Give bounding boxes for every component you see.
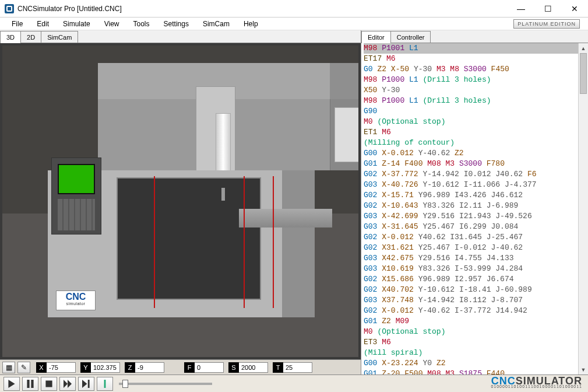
coord-label: F	[184, 362, 195, 373]
coord-label: T	[273, 362, 283, 373]
svg-rect-7	[88, 380, 90, 388]
code-line[interactable]: G03 X42.675 Y29.516 I4.755 J4.133	[364, 253, 588, 264]
code-line[interactable]: G01 Z-20 F500 M08 M3 S1875 F440	[364, 369, 588, 374]
fast-forward-button[interactable]	[59, 377, 76, 391]
tab-controller[interactable]: Controller	[390, 31, 431, 43]
coord-y: Y102.375	[80, 362, 120, 373]
brand-binary: 01000011010011100100001101000011	[491, 384, 582, 390]
coord-z: Z-9	[125, 362, 164, 373]
menu-view[interactable]: View	[97, 19, 126, 29]
code-line[interactable]: G03 X-40.726 Y-10.612 I-11.066 J-4.377	[364, 180, 588, 190]
svg-rect-3	[45, 380, 52, 387]
code-line[interactable]: G02 X40.702 Y-10.612 I-18.41 J-60.989	[364, 285, 588, 295]
tab-editor[interactable]: Editor	[361, 31, 391, 43]
coord-label: S	[228, 362, 239, 373]
close-button[interactable]: ✕	[561, 0, 588, 18]
edition-badge: PLATINUM EDITION	[513, 19, 580, 29]
code-line[interactable]: G02 X15.686 Y96.989 I2.957 J6.674	[364, 274, 588, 285]
grid-toggle-button[interactable]: ▦	[2, 362, 15, 373]
pencil-icon: ✎	[21, 363, 27, 372]
code-line[interactable]: G02 X-15.71 Y96.989 I43.426 J46.612	[364, 190, 588, 201]
code-line[interactable]: G00 X-0.012 Y-40.62 Z2	[364, 148, 588, 159]
code-line[interactable]: G03 X-42.699 Y29.516 I21.943 J-49.526	[364, 211, 588, 222]
info-button[interactable]	[97, 377, 113, 391]
code-line[interactable]: G01 Z-14 F400 M08 M3 S3000 F780	[364, 159, 588, 169]
step-button[interactable]	[78, 377, 94, 391]
menu-file[interactable]: File	[5, 19, 30, 29]
code-line[interactable]: G0 Z2 X-50 Y-30 M3 M8 S3000 F450	[364, 64, 588, 75]
code-line[interactable]: ET3 M6	[364, 337, 588, 348]
scrollbar-thumb[interactable]	[580, 53, 587, 94]
menu-settings[interactable]: Settings	[157, 19, 196, 29]
code-line[interactable]: G03 X10.619 Y83.326 I-53.999 J4.284	[364, 264, 588, 274]
left-pane: 3D 2D SimCam	[0, 30, 361, 374]
door-guide-2	[244, 176, 245, 308]
viewport-wrap: CNC simulator	[0, 43, 361, 359]
code-editor[interactable]: M98 P1001 L1ET17 M6G0 Z2 X-50 Y-30 M3 M8…	[361, 43, 588, 374]
menu-edit[interactable]: Edit	[30, 19, 56, 29]
code-line[interactable]: X50 Y-30	[364, 85, 588, 96]
code-lines[interactable]: M98 P1001 L1ET17 M6G0 Z2 X-50 Y-30 M3 M8…	[361, 43, 588, 374]
tab-2d[interactable]: 2D	[20, 31, 41, 43]
code-line[interactable]: G03 X-31.645 Y25.467 I6.299 J0.084	[364, 222, 588, 232]
view-tabbar: 3D 2D SimCam	[0, 30, 361, 43]
content-row: 3D 2D SimCam	[0, 30, 588, 374]
code-line[interactable]: ET17 M6	[364, 54, 588, 64]
svg-rect-8	[104, 380, 106, 388]
scroll-down-icon[interactable]: ▼	[579, 365, 588, 374]
code-line[interactable]: G02 X-0.012 Y40.62 I31.645 J-25.467	[364, 232, 588, 243]
pause-button[interactable]	[22, 377, 38, 391]
draw-toggle-button[interactable]: ✎	[17, 362, 30, 373]
machine-table	[239, 209, 332, 228]
code-line[interactable]: G90	[364, 106, 588, 117]
code-line[interactable]: G01 Z2 M09	[364, 316, 588, 327]
code-line[interactable]: M98 P1000 L1 (Drill 3 holes)	[364, 75, 588, 85]
speed-slider[interactable]	[119, 378, 212, 390]
scroll-up-icon[interactable]: ▲	[579, 43, 588, 53]
3d-viewport[interactable]: CNC simulator	[2, 46, 358, 357]
code-line[interactable]: G02 X-37.772 Y-14.942 I0.012 J40.62 F6	[364, 169, 588, 180]
speed-slider-thumb[interactable]	[122, 380, 128, 388]
coord-label: Y	[80, 362, 91, 373]
code-line[interactable]: (Mill spiral)	[364, 348, 588, 358]
menu-tools[interactable]: Tools	[126, 19, 157, 29]
code-line[interactable]: G02 X-0.012 Y-40.62 I-37.772 J14.942	[364, 306, 588, 316]
play-button[interactable]	[3, 377, 20, 391]
cutting-tool	[221, 188, 225, 201]
tab-3d[interactable]: 3D	[0, 31, 21, 43]
minimize-button[interactable]: —	[508, 0, 534, 18]
svg-marker-4	[64, 380, 68, 388]
maximize-button[interactable]: ☐	[534, 0, 561, 18]
right-pane: Editor Controller M98 P1001 L1ET17 M6G0 …	[361, 30, 588, 374]
menu-bar: File Edit Simulate View Tools Settings S…	[0, 18, 588, 30]
stop-button[interactable]	[41, 377, 57, 391]
coord-f: F0	[184, 362, 224, 373]
code-line[interactable]: G02 X-10.643 Y83.326 I2.11 J-6.989	[364, 201, 588, 211]
coord-t: T25	[273, 362, 312, 373]
menu-simulate[interactable]: Simulate	[56, 19, 97, 29]
code-line[interactable]: ET1 M6	[364, 127, 588, 138]
menu-help[interactable]: Help	[237, 19, 265, 29]
code-line[interactable]: G00 X-23.224 Y0 Z2	[364, 358, 588, 369]
editor-scrollbar[interactable]: ▲ ▼	[578, 43, 588, 374]
hmi-screen	[58, 164, 95, 194]
app-icon	[5, 4, 14, 13]
menu-simcam[interactable]: SimCam	[196, 19, 237, 29]
code-line[interactable]: (Milling of contour)	[364, 138, 588, 148]
coord-label: Z	[125, 362, 135, 373]
svg-marker-5	[68, 380, 72, 388]
code-line[interactable]: G02 X31.621 Y25.467 I-0.012 J-40.62	[364, 243, 588, 253]
machine-side	[282, 170, 315, 317]
code-line[interactable]: M98 P1000 L1 (Drill 3 holes)	[364, 96, 588, 106]
code-line[interactable]: M0 (Optional stop)	[364, 117, 588, 127]
code-line[interactable]: M0 (Optional stop)	[364, 327, 588, 337]
tab-simcam[interactable]: SimCam	[41, 31, 78, 43]
window-title: CNCSimulator Pro [Untitled.CNC]	[17, 5, 122, 13]
coord-value: -9	[135, 362, 164, 373]
cnc-machine: CNC simulator	[48, 170, 315, 317]
code-line[interactable]: M98 P1001 L1	[364, 43, 588, 54]
coord-s: S2000	[228, 362, 268, 373]
title-bar: CNCSimulator Pro [Untitled.CNC] — ☐ ✕	[0, 0, 588, 18]
code-line[interactable]: G03 X37.748 Y-14.942 I8.112 J-8.707	[364, 295, 588, 306]
coord-value: -75	[47, 362, 76, 373]
